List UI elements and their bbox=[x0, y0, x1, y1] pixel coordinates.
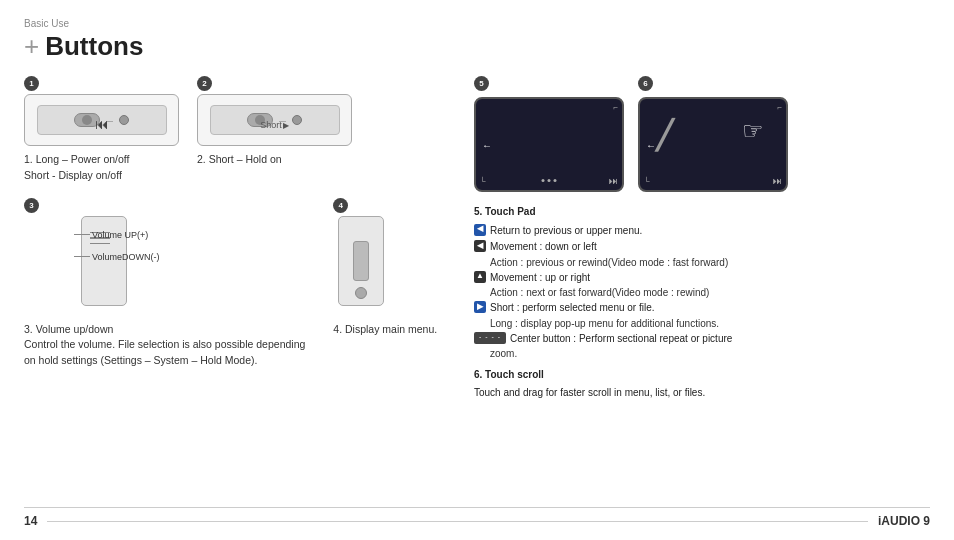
section-2-desc: 2. Short – Hold on bbox=[197, 152, 282, 168]
section-3: 3 Volume UP(+) bbox=[24, 198, 305, 369]
bullet-section-5: 5. Touch Pad ◀ Return to previous or upp… bbox=[474, 204, 930, 400]
section-4-desc: 4. Display main menu. bbox=[333, 322, 437, 338]
touch-scroll-image: ← ⌐ └ ⏭ ╱ ☞ bbox=[638, 97, 788, 192]
footer-brand: iAUDIO 9 bbox=[878, 514, 930, 528]
bullet-5-4: ▶ Short : perform selected menu or file. bbox=[474, 300, 930, 316]
bullet-badge-5-1: ◀ bbox=[474, 224, 486, 236]
btn-m-2 bbox=[292, 115, 302, 125]
sections-row-1: 1 — ⏮ bbox=[24, 76, 454, 184]
device-image-1: — ⏮ bbox=[24, 94, 179, 146]
btn-m bbox=[119, 115, 129, 125]
tp-corner-tr: ⌐ bbox=[613, 103, 618, 112]
btn-inner-1 bbox=[82, 115, 92, 125]
content-area: 1 — ⏮ bbox=[24, 76, 930, 400]
vol-down-label-row: VolumeDOWN(-) bbox=[74, 252, 160, 262]
section-3-badge: 3 bbox=[24, 198, 39, 213]
section-6-img-wrap: 6 ← ⌐ └ ⏭ ╱ ☞ bbox=[638, 76, 788, 192]
tp-dot-1 bbox=[542, 179, 545, 182]
vol-line-connector-1 bbox=[74, 234, 90, 235]
bullet-5-5: - - - - Center button : Perform sectiona… bbox=[474, 331, 930, 347]
section-6-header: 6 bbox=[638, 76, 788, 94]
bullet-5-3-indent: Action : next or fast forward(Video mode… bbox=[490, 286, 930, 300]
title-plus: + bbox=[24, 31, 39, 62]
page: Basic Use + Buttons 1 bbox=[0, 0, 954, 540]
section-4: 4 4. Display main menu. bbox=[333, 198, 437, 369]
short-label: Short ▶ bbox=[260, 120, 289, 130]
touch-sections-row: 5 ← ⌐ └ ⏭ bbox=[474, 76, 930, 192]
center-btn-4 bbox=[353, 241, 369, 281]
title-label: Buttons bbox=[45, 31, 143, 62]
ts-corner-bl: └ bbox=[644, 177, 650, 186]
bottom-btn-4 bbox=[355, 287, 367, 299]
bullet-5-3: ▲ Movement : up or right bbox=[474, 270, 930, 286]
section-5-title: 5. Touch Pad bbox=[474, 204, 930, 220]
breadcrumb: Basic Use bbox=[24, 18, 930, 29]
section-5-img-wrap: 5 ← ⌐ └ ⏭ bbox=[474, 76, 624, 192]
rewind-symbol: ⏮ bbox=[95, 116, 109, 132]
tp-corner-bl: └ bbox=[480, 177, 486, 186]
device-vert-4 bbox=[338, 216, 384, 306]
bullet-5-4-indent: Long : display pop-up menu for additiona… bbox=[490, 317, 930, 331]
bullet-badge-5-5: - - - - bbox=[474, 332, 506, 344]
vol-line-connector-2 bbox=[74, 256, 90, 257]
ts-arrow-left-icon: ← bbox=[646, 139, 656, 150]
bullet-5-1: ◀ Return to previous or upper menu. bbox=[474, 223, 930, 239]
bullet-5-5-indent: zoom. bbox=[490, 347, 930, 361]
section-4-device-area bbox=[333, 216, 389, 316]
touch-pad-image: ← ⌐ └ ⏭ bbox=[474, 97, 624, 192]
z-scroll-line: ╱ bbox=[656, 119, 673, 152]
bullet-badge-5-4: ▶ bbox=[474, 301, 486, 313]
tp-dots bbox=[542, 179, 557, 182]
footer: 14 iAUDIO 9 bbox=[24, 507, 930, 528]
section-1-badge: 1 bbox=[24, 76, 39, 91]
section-1-desc: 1. Long – Power on/off Short - Display o… bbox=[24, 152, 129, 184]
section-3-desc: 3. Volume up/down Control the volume. Fi… bbox=[24, 322, 305, 369]
device-horiz-2: — Short ▶ bbox=[210, 105, 340, 135]
section-6-desc: Touch and drag for faster scroll in menu… bbox=[474, 385, 930, 401]
section-1: 1 — ⏮ bbox=[24, 76, 179, 184]
section-5-header: 5 bbox=[474, 76, 624, 94]
footer-page-num: 14 bbox=[24, 514, 37, 528]
left-column: 1 — ⏮ bbox=[24, 76, 454, 400]
short-arrow: ▶ bbox=[283, 121, 289, 130]
section-5-badge: 5 bbox=[474, 76, 489, 91]
device-horiz-1: — ⏮ bbox=[37, 105, 167, 135]
ts-corner-br: ⏭ bbox=[773, 176, 782, 186]
sections-row-2: 3 Volume UP(+) bbox=[24, 198, 454, 369]
device-image-2: — Short ▶ bbox=[197, 94, 352, 146]
footer-line bbox=[47, 521, 868, 522]
section-3-device-area: Volume UP(+) VolumeDOWN(-) bbox=[24, 216, 184, 316]
vol-line-3 bbox=[90, 243, 110, 245]
section-6-badge: 6 bbox=[638, 76, 653, 91]
bullet-badge-5-3: ▲ bbox=[474, 271, 486, 283]
section-4-badge: 4 bbox=[333, 198, 348, 213]
hand-scroll-icon: ☞ bbox=[742, 117, 764, 145]
tp-dot-3 bbox=[554, 179, 557, 182]
section-2-badge: 2 bbox=[197, 76, 212, 91]
right-column: 5 ← ⌐ └ ⏭ bbox=[454, 76, 930, 400]
bullet-badge-5-2: ◀ bbox=[474, 240, 486, 252]
ts-corner-tr: ⌐ bbox=[777, 103, 782, 112]
page-title: + Buttons bbox=[24, 31, 930, 62]
bullet-5-2: ◀ Movement : down or left bbox=[474, 239, 930, 255]
vol-up-label-row: Volume UP(+) bbox=[74, 230, 148, 240]
tp-arrow-left-icon: ← bbox=[482, 139, 492, 150]
section-2: 2 — Short bbox=[197, 76, 352, 184]
bullet-5-2-indent: Action : previous or rewind(Video mode :… bbox=[490, 256, 930, 270]
section-6-title: 6. Touch scroll bbox=[474, 367, 930, 383]
tp-dot-2 bbox=[548, 179, 551, 182]
tp-corner-br: ⏭ bbox=[609, 176, 618, 186]
